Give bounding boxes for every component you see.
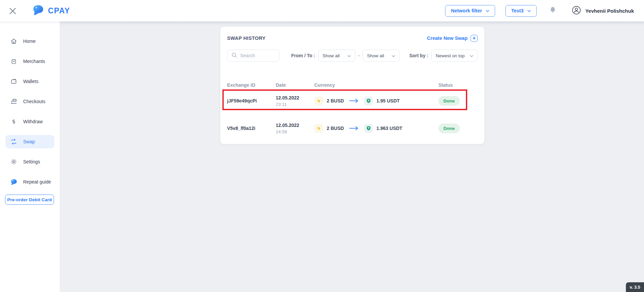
create-new-swap-label: Create New Swap bbox=[427, 35, 468, 41]
sort-by-label: Sort by : bbox=[409, 53, 428, 58]
swap-history-table: Exchange ID Date Currency Status jJF59e4… bbox=[227, 82, 478, 138]
sidebar-item-checkouts[interactable]: Checkouts bbox=[5, 95, 54, 108]
to-amount: 1.95 USDT bbox=[376, 98, 399, 103]
notifications-button[interactable] bbox=[549, 6, 557, 15]
search-input[interactable] bbox=[240, 53, 275, 58]
gear-icon bbox=[10, 158, 17, 165]
preorder-debit-card-button[interactable]: Pre-order Debit Card bbox=[5, 195, 54, 205]
checkout-terminal-icon bbox=[10, 98, 17, 105]
from-amount: 2 BUSD bbox=[327, 98, 344, 103]
swap-history-card: SWAP HISTORY Create New Swap + From / To… bbox=[220, 27, 484, 144]
sidebar-item-label: Checkouts bbox=[23, 99, 45, 104]
from-currency-select[interactable]: Show all bbox=[318, 50, 355, 62]
column-header-date: Date bbox=[276, 82, 314, 88]
sidebar-item-merchants[interactable]: Merchants bbox=[5, 55, 54, 68]
chevron-down-icon bbox=[470, 53, 473, 58]
filter-row: From / To : Show all - Show all Sort by … bbox=[227, 50, 478, 62]
user-avatar-icon bbox=[572, 6, 581, 16]
to-currency-value: Show all bbox=[367, 53, 384, 58]
cpay-dolphin-icon bbox=[32, 4, 44, 17]
svg-text:$: $ bbox=[12, 118, 16, 125]
usdt-icon bbox=[364, 96, 373, 105]
bell-icon bbox=[549, 10, 557, 15]
filter-separator: - bbox=[358, 53, 360, 58]
usdt-icon bbox=[364, 124, 373, 133]
create-new-swap-button[interactable]: Create New Swap + bbox=[427, 35, 478, 42]
sidebar-item-label: Merchants bbox=[23, 59, 45, 64]
chevron-down-icon bbox=[347, 53, 351, 58]
date-cell: 12.05.2022 14:58 bbox=[276, 123, 314, 134]
currency-cell: 2 BUSD 1.963 USDT bbox=[314, 124, 438, 133]
sidebar-item-label: Repeat guide bbox=[23, 179, 51, 185]
sidebar-item-swap[interactable]: Swap bbox=[5, 135, 54, 148]
user-name: Yevhenii Polishchuk bbox=[585, 8, 634, 14]
date-cell: 12.05.2022 23:11 bbox=[276, 95, 314, 107]
account-selector-button[interactable]: Test3 bbox=[505, 5, 537, 17]
arrow-right-icon bbox=[349, 126, 359, 131]
sidebar-item-withdraw[interactable]: $ Withdraw bbox=[5, 115, 54, 128]
sidebar-item-label: Settings bbox=[23, 159, 40, 164]
status-badge: Done bbox=[438, 124, 460, 133]
date-value: 12.05.2022 bbox=[276, 123, 314, 128]
sidebar-item-label: Withdraw bbox=[23, 119, 43, 124]
sidebar: Home Merchants Wallets bbox=[0, 21, 60, 292]
version-badge: v. 3.5 bbox=[626, 282, 644, 292]
cpay-logo[interactable]: CPAY bbox=[32, 4, 70, 17]
from-to-label: From / To : bbox=[291, 53, 315, 58]
from-currency-value: Show all bbox=[323, 53, 340, 58]
merchants-bag-icon bbox=[10, 58, 17, 65]
network-filter-label: Network filter bbox=[451, 8, 482, 13]
wallet-icon bbox=[10, 78, 17, 85]
network-filter-button[interactable]: Network filter bbox=[445, 5, 495, 17]
time-value: 23:11 bbox=[276, 102, 314, 107]
busd-icon bbox=[314, 96, 323, 105]
sidebar-item-home[interactable]: Home bbox=[5, 34, 54, 48]
sidebar-item-repeat-guide[interactable]: Repeat guide bbox=[5, 175, 54, 189]
table-row[interactable]: jJF59e49qcPi 12.05.2022 23:11 2 BUSD bbox=[227, 91, 478, 111]
exchange-id-cell: jJF59e49qcPi bbox=[227, 98, 276, 103]
chevron-down-icon bbox=[527, 8, 531, 13]
user-menu[interactable]: Yevhenii Polishchuk bbox=[572, 6, 634, 16]
swap-arrows-icon bbox=[10, 138, 17, 145]
to-amount: 1.963 USDT bbox=[376, 126, 402, 131]
column-header-status: Status bbox=[438, 82, 478, 88]
currency-cell: 2 BUSD 1.95 USDT bbox=[314, 96, 438, 105]
time-value: 14:58 bbox=[276, 129, 314, 134]
arrow-right-icon bbox=[349, 98, 359, 103]
sidebar-item-label: Swap bbox=[23, 139, 35, 144]
sort-order-select[interactable]: Newest on top bbox=[431, 50, 478, 62]
table-header-row: Exchange ID Date Currency Status bbox=[227, 82, 478, 88]
from-amount: 2 BUSD bbox=[327, 126, 344, 131]
sidebar-item-settings[interactable]: Settings bbox=[5, 155, 54, 168]
cpay-dolphin-icon bbox=[10, 178, 17, 186]
sidebar-item-wallets[interactable]: Wallets bbox=[5, 75, 54, 88]
dollar-icon: $ bbox=[10, 118, 17, 125]
sidebar-item-label: Home bbox=[23, 39, 36, 44]
account-label: Test3 bbox=[511, 8, 524, 13]
column-header-currency: Currency bbox=[314, 82, 438, 88]
column-header-exchange-id: Exchange ID bbox=[227, 82, 276, 88]
search-icon bbox=[231, 52, 237, 59]
sidebar-item-label: Wallets bbox=[23, 79, 38, 84]
exchange-id-cell: V5v8_lf0a12i bbox=[227, 126, 276, 131]
to-currency-select[interactable]: Show all bbox=[363, 50, 399, 62]
status-badge: Done bbox=[438, 96, 460, 106]
busd-icon bbox=[314, 124, 323, 133]
date-value: 12.05.2022 bbox=[276, 95, 314, 100]
close-icon bbox=[9, 11, 17, 16]
logo-text: CPAY bbox=[48, 6, 70, 15]
sidebar-nav: Home Merchants Wallets bbox=[0, 21, 60, 189]
plus-icon: + bbox=[471, 35, 478, 42]
close-button[interactable] bbox=[9, 7, 17, 15]
page-title: SWAP HISTORY bbox=[227, 35, 266, 41]
chevron-down-icon bbox=[392, 53, 395, 58]
chevron-down-icon bbox=[486, 8, 489, 13]
sort-order-value: Newest on top bbox=[436, 53, 465, 58]
home-icon bbox=[10, 38, 17, 45]
table-row[interactable]: V5v8_lf0a12i 12.05.2022 14:58 2 BUSD bbox=[227, 118, 478, 138]
search-box bbox=[227, 50, 279, 62]
topbar: CPAY Network filter Test3 bbox=[0, 0, 644, 21]
